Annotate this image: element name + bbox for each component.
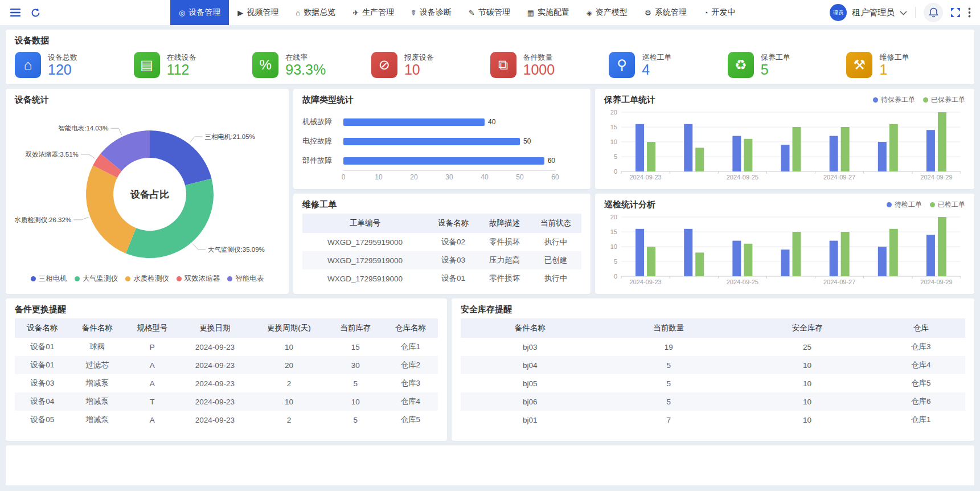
stat-label: 巡检工单 [642,53,671,62]
nav-item-icon: ◈ [587,9,592,17]
divider [915,7,916,18]
maintenance-chart-legend: 待保养工单已保养工单 [873,95,965,105]
nav-item[interactable]: ◈资产模型 [578,0,636,25]
stat-card: %在线率93.3% [252,52,371,78]
column-header: 仓库名称 [383,318,438,338]
inspection-analysis-panel: 巡检统计分析 待检工单已检工单 051015202024-09-232024-0… [595,194,974,294]
nav-item[interactable]: ▦实施配置 [519,0,578,25]
safety-stock-panel: 安全库存提醒 备件名称当前数量安全库存仓库bj031925仓库3bj04510仓… [452,298,974,441]
column-header: 当前状态 [530,214,581,233]
hbar-row: 部件故障60 [302,151,581,170]
svg-text:2024-09-25: 2024-09-25 [727,279,758,285]
table-row: bj05510仓库5 [461,374,965,392]
hbar-row: 电控故障50 [302,132,581,151]
notification-bell-icon[interactable] [924,3,943,22]
device-ratio-donut-chart: 三相电机:21.05%大气监测仪:35.09%水质检测仪:26.32%双效浓缩器… [15,109,280,273]
nav-item[interactable]: ◎设备管理 [170,0,229,25]
legend-item[interactable]: 大气监测仪 [75,274,118,284]
svg-text:水质检测仪:26.32%: 水质检测仪:26.32% [15,216,71,223]
column-header: 规格型号 [125,318,180,338]
server-check-icon: ▤ [134,52,160,78]
safety-stock-table: 备件名称当前数量安全库存仓库bj031925仓库3bj04510仓库4bj055… [461,318,965,429]
stat-label: 备件数量 [523,53,555,62]
nav-item-icon: ⚙ [645,9,651,17]
legend-item[interactable]: 已保养工单 [923,95,965,105]
column-header: 备件名称 [70,318,125,338]
legend-item[interactable]: 双效浓缩器 [177,274,220,284]
maintenance-chart-title: 保养工单统计 [604,95,655,105]
stat-value: 112 [167,62,196,77]
table-row: bj04510仓库4 [461,356,965,374]
stat-card: ⚲巡检工单4 [609,52,728,78]
table-row: bj06510仓库6 [461,392,965,411]
stat-value: 1000 [523,62,555,77]
scrap-device-icon: ⊘ [371,52,397,78]
refresh-icon[interactable] [31,8,40,18]
fault-type-panel: 故障类型统计 机械故障40电控故障50部件故障600102030405060 [293,89,591,189]
column-header: 设备名称 [428,214,479,233]
spare-replacement-panel: 备件更换提醒 设备名称备件名称规格型号更换日期更换周期(天)当前库存仓库名称设备… [6,298,447,441]
column-header: 当前库存 [328,318,383,338]
safety-stock-title: 安全库存提醒 [461,304,512,315]
stat-label: 保养工单 [761,53,790,62]
svg-text:5: 5 [614,153,617,160]
stat-value: 10 [404,62,434,77]
stat-label: 在线设备 [167,53,196,62]
spare-parts-icon: ⧉ [490,52,516,78]
column-header: 更换周期(天) [250,318,328,338]
table-row: bj01710仓库1 [461,411,965,429]
nav-item-icon: ◔ [704,9,708,17]
stat-label: 设备总数 [48,53,77,62]
collapse-menu-icon[interactable] [10,8,20,17]
legend-item[interactable]: 三相电机 [31,274,67,284]
nav-item[interactable]: ☤设备诊断 [403,0,460,25]
repair-tools-icon: ⚒ [846,52,872,78]
user-menu[interactable]: 理员 租户管理员 [830,4,907,21]
inspection-search-icon: ⚲ [609,52,635,78]
stats-row: ⌂设备总数120▤在线设备112%在线率93.3%⊘报废设备10⧉备件数量100… [15,52,965,78]
legend-item[interactable]: 已检工单 [930,200,965,210]
kebab-menu-icon[interactable] [968,7,971,18]
legend-item[interactable]: 待检工单 [887,200,922,210]
stat-card: ♻保养工单5 [728,52,847,78]
nav-item[interactable]: ▶视频管理 [229,0,287,25]
column-header: 更换日期 [180,318,250,338]
device-data-panel: 设备数据 ⌂设备总数120▤在线设备112%在线率93.3%⊘报废设备10⧉备件… [6,30,974,84]
table-row: bj031925仓库3 [461,338,965,356]
spare-replacement-table: 设备名称备件名称规格型号更换日期更换周期(天)当前库存仓库名称设备01球阀P20… [15,318,438,429]
stat-card: ⚒维修工单1 [846,52,965,78]
donut-title: 设备统计 [15,95,49,105]
maintenance-orders-panel: 保养工单统计 待保养工单已保养工单 051015202024-09-232024… [595,89,974,189]
percent-refresh-icon: % [252,52,278,78]
table-row: WXGD_17295919000设备02零件损坏执行中 [302,233,581,251]
svg-text:20: 20 [610,109,617,116]
stat-label: 在线率 [285,53,326,62]
svg-text:2024-09-29: 2024-09-29 [920,279,952,285]
nav-item[interactable]: ✎节碳管理 [460,0,519,25]
svg-text:15: 15 [610,228,617,235]
svg-text:双效浓缩器:3.51%: 双效浓缩器:3.51% [26,151,79,158]
nav-item[interactable]: ⌂数据总览 [287,0,344,25]
building-icon: ⌂ [15,52,41,78]
stats-title: 设备数据 [15,35,965,46]
fullscreen-icon[interactable] [951,8,960,17]
table-row: WXGD_17295919000设备01零件损坏执行中 [302,269,581,288]
svg-text:大气监测仪:35.09%: 大气监测仪:35.09% [208,246,265,253]
nav-item[interactable]: ◔开发中 [695,0,744,25]
nav-item-icon: ◎ [179,9,185,17]
nav-item[interactable]: ⚙系统管理 [636,0,695,25]
legend-item[interactable]: 智能电表 [227,274,264,284]
legend-item[interactable]: 待保养工单 [873,95,915,105]
nav-item-icon: ✎ [469,9,475,17]
fault-type-title: 故障类型统计 [302,95,354,105]
svg-text:2024-09-25: 2024-09-25 [727,174,758,181]
device-statistics-panel: 设备统计 三相电机:21.05%大气监测仪:35.09%水质检测仪:26.32%… [6,89,289,294]
stat-card: ⊘报废设备10 [371,52,490,78]
svg-text:三相电机:21.05%: 三相电机:21.05% [205,133,255,140]
svg-text:15: 15 [610,124,617,130]
nav-item[interactable]: ✈生产管理 [344,0,403,25]
stat-value: 4 [642,62,671,77]
legend-item[interactable]: 水质检测仪 [125,274,169,284]
nav-item-icon: ✈ [352,9,359,17]
x-axis: 0102030405060 [343,170,555,182]
